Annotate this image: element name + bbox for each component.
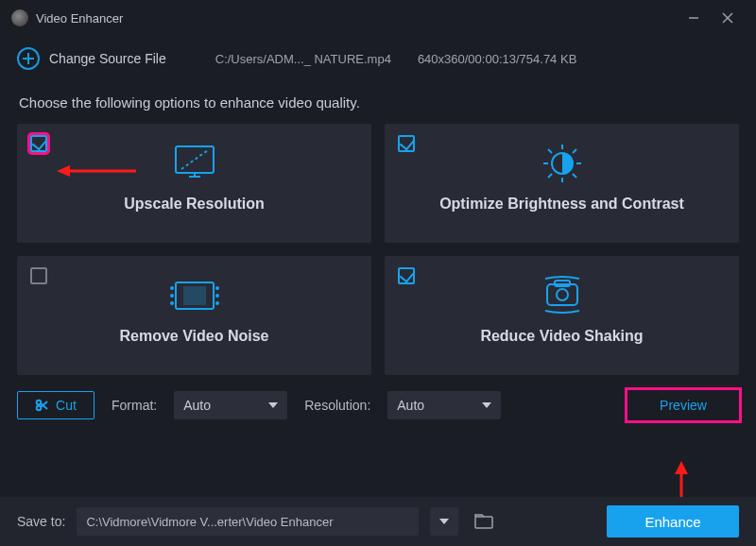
open-folder-button[interactable]: [470, 507, 498, 536]
svg-point-26: [557, 289, 568, 300]
checkbox-brightness[interactable]: [398, 135, 415, 152]
save-path-dropdown[interactable]: [430, 507, 458, 536]
chevron-down-icon: [268, 402, 278, 408]
option-remove-noise[interactable]: Remove Video Noise: [17, 256, 371, 375]
add-icon[interactable]: [17, 47, 40, 70]
controls-row: Cut Format: Auto Resolution: Auto Previe…: [0, 375, 756, 420]
svg-point-19: [170, 294, 174, 298]
shaking-icon: [385, 269, 739, 322]
titlebar: Video Enhancer: [0, 0, 756, 36]
brightness-icon: [385, 137, 739, 190]
option-reduce-shaking[interactable]: Reduce Video Shaking: [385, 256, 739, 375]
source-meta: 640x360/00:00:13/754.74 KB: [418, 52, 576, 66]
svg-rect-35: [475, 517, 492, 528]
options-grid: Upscale Resolution Optimize Brightness a…: [0, 124, 756, 375]
checkbox-upscale[interactable]: [30, 135, 47, 152]
instruction-text: Choose the following options to enhance …: [0, 77, 756, 124]
window-title: Video Enhancer: [36, 11, 123, 26]
resolution-select[interactable]: Auto: [387, 391, 501, 419]
svg-point-18: [170, 286, 174, 290]
folder-icon: [474, 514, 493, 529]
option-label: Reduce Video Shaking: [385, 328, 739, 345]
option-brightness-contrast[interactable]: Optimize Brightness and Contrast: [385, 124, 739, 243]
noise-icon: [17, 269, 371, 322]
minimize-button[interactable]: [677, 5, 711, 31]
source-path: C:/Users/ADM..._ NATURE.mp4: [215, 52, 391, 66]
resolution-value: Auto: [397, 398, 424, 413]
svg-point-23: [215, 301, 219, 305]
cut-label: Cut: [56, 398, 77, 413]
svg-marker-34: [675, 461, 688, 474]
save-path-field[interactable]: C:\Vidmore\Vidmore V...erter\Video Enhan…: [77, 507, 419, 536]
preview-button[interactable]: Preview: [627, 390, 739, 420]
format-label: Format:: [112, 398, 157, 413]
checkbox-shaking[interactable]: [398, 267, 415, 284]
option-label: Remove Video Noise: [17, 328, 371, 345]
app-icon: [11, 9, 28, 26]
resolution-label: Resolution:: [304, 398, 370, 413]
option-label: Optimize Brightness and Contrast: [385, 196, 739, 213]
svg-point-22: [215, 294, 219, 298]
chevron-down-icon: [439, 519, 449, 524]
chevron-down-icon: [482, 402, 491, 408]
svg-line-14: [548, 174, 552, 178]
save-path-value: C:\Vidmore\Vidmore V...erter\Video Enhan…: [86, 515, 333, 529]
svg-point-20: [170, 301, 174, 305]
enhance-button[interactable]: Enhance: [607, 505, 739, 537]
enhance-label: Enhance: [644, 514, 700, 530]
format-select[interactable]: Auto: [174, 391, 287, 419]
upscale-icon: [17, 137, 371, 190]
svg-rect-17: [183, 286, 206, 305]
option-upscale-resolution[interactable]: Upscale Resolution: [17, 124, 371, 243]
source-row: Change Source File C:/Users/ADM..._ NATU…: [0, 40, 756, 77]
option-label: Upscale Resolution: [17, 196, 371, 213]
svg-rect-24: [547, 284, 577, 305]
change-source-link[interactable]: Change Source File: [49, 51, 166, 66]
checkbox-noise[interactable]: [30, 267, 47, 284]
footer: Save to: C:\Vidmore\Vidmore V...erter\Vi…: [0, 497, 756, 546]
format-value: Auto: [183, 398, 211, 413]
svg-point-21: [215, 286, 219, 290]
svg-line-13: [573, 174, 576, 178]
svg-line-12: [548, 149, 552, 153]
close-button[interactable]: [711, 5, 745, 31]
preview-label: Preview: [660, 398, 707, 413]
cut-button[interactable]: Cut: [17, 391, 94, 419]
save-to-label: Save to:: [17, 514, 65, 529]
svg-line-15: [573, 149, 576, 153]
svg-line-4: [181, 150, 208, 169]
annotation-arrow-2: [672, 461, 691, 499]
scissors-icon: [35, 399, 48, 412]
